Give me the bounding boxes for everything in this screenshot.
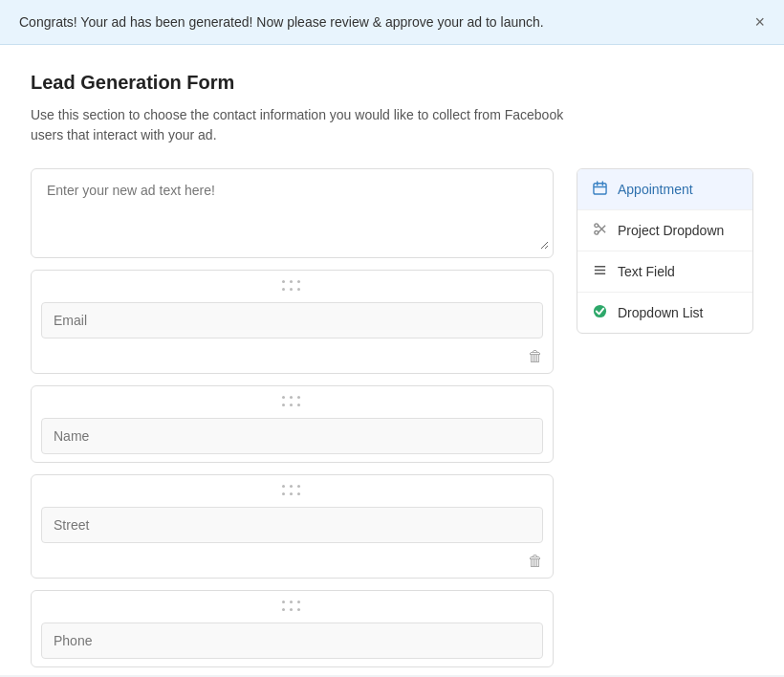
field-card-email: 🗑: [31, 270, 554, 374]
phone-input[interactable]: [41, 622, 543, 659]
street-input[interactable]: [41, 507, 543, 543]
svg-point-4: [594, 224, 598, 228]
form-column: 🗑: [31, 168, 554, 675]
form-layout: 🗑: [31, 168, 753, 675]
svg-point-5: [594, 230, 598, 234]
scissors-icon: [591, 222, 608, 239]
delete-icon-street[interactable]: 🗑: [528, 553, 543, 570]
drag-handle-phone[interactable]: [32, 591, 553, 619]
ad-text-card: [31, 168, 554, 258]
page-title: Lead Generation Form: [31, 72, 753, 94]
name-input[interactable]: [41, 418, 543, 454]
field-card-name: [31, 385, 554, 463]
field-footer-street: 🗑: [32, 551, 553, 578]
sidebar-item-dropdown-list[interactable]: Dropdown List: [577, 293, 752, 333]
field-card-phone: [31, 590, 554, 667]
ad-text-input[interactable]: [35, 173, 549, 250]
calendar-icon: [591, 181, 608, 198]
checkmark-icon: [591, 304, 608, 321]
sidebar-item-text-field[interactable]: Text Field: [577, 251, 752, 293]
field-footer-email: 🗑: [32, 346, 553, 373]
drag-handle-street[interactable]: [32, 475, 553, 503]
toast-message: Congrats! Your ad has been generated! No…: [19, 14, 544, 30]
svg-rect-0: [593, 184, 605, 194]
appointment-label: Appointment: [618, 182, 693, 197]
toast-notification: Congrats! Your ad has been generated! No…: [0, 0, 784, 45]
text-field-label: Text Field: [618, 264, 675, 279]
sidebar-item-project-dropdown[interactable]: Project Dropdown: [577, 210, 752, 251]
page-description: Use this section to choose the contact i…: [31, 105, 585, 145]
delete-icon-email[interactable]: 🗑: [528, 348, 543, 365]
drag-handle-name[interactable]: [32, 386, 553, 414]
drag-handle-email[interactable]: [32, 271, 553, 298]
sidebar-column: Appointment Project Dropdown: [577, 168, 753, 334]
main-content: Lead Generation Form Use this section to…: [0, 45, 784, 675]
sidebar-item-appointment[interactable]: Appointment: [577, 169, 752, 210]
dropdown-list-label: Dropdown List: [618, 305, 704, 320]
email-input[interactable]: [41, 302, 543, 338]
toast-close-button[interactable]: ×: [754, 13, 765, 31]
lines-icon: [591, 263, 608, 280]
field-card-street: 🗑: [31, 474, 554, 579]
project-dropdown-label: Project Dropdown: [618, 223, 724, 238]
sidebar-card: Appointment Project Dropdown: [577, 168, 753, 334]
